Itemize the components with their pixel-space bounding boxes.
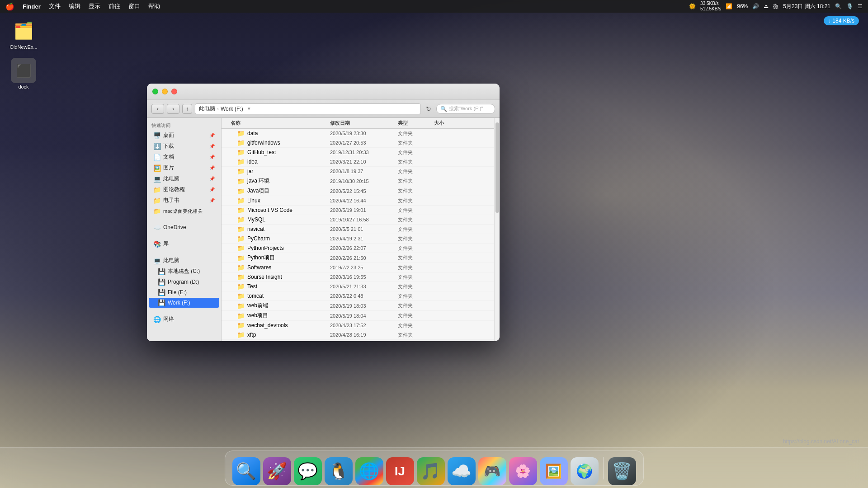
brightness-icon[interactable]: 🌞 — [689, 3, 696, 9]
col-header-size[interactable]: 大小 — [434, 120, 470, 127]
sidebar-item-mac[interactable]: 📁 mac桌面美化相关 — [149, 206, 219, 216]
table-row[interactable]: 📁 java 环境 2019/10/30 20:15 文件夹 — [222, 176, 494, 186]
dock-item-finder[interactable]: 🔍 — [232, 457, 260, 485]
desktop-icon-dock[interactable]: ⬛ dock — [5, 58, 42, 89]
thispc-sidebar-icon: 💻 — [153, 175, 160, 183]
search-icon[interactable]: 🔍 — [835, 3, 842, 9]
dock-items: 🔍 🚀 💬 🐧 🌐 IJ 🎵 ☁️ — [225, 450, 644, 486]
sidebar-item-thispc[interactable]: 💻 此电脑 📌 — [149, 174, 219, 184]
sidebar-item-drive-d[interactable]: 💾 Program (D:) — [149, 277, 219, 287]
sidebar-item-pictures[interactable]: 🖼️ 图片 📌 — [149, 163, 219, 173]
apple-menu[interactable]: 🍎 — [5, 2, 14, 11]
table-row[interactable]: 📁 jar 2020/1/8 19:37 文件夹 — [222, 167, 494, 176]
sidebar-item-drive-f[interactable]: 💾 Work (F:) — [149, 298, 219, 308]
desktop-icon-oldnewex[interactable]: 🗂️ OldNewEx... — [5, 18, 42, 50]
menubar-edit[interactable]: 编辑 — [69, 2, 80, 10]
sidebar-item-network[interactable]: 🌐 网络 — [149, 314, 219, 324]
sidebar-item-desktop[interactable]: 🖥️ 桌面 📌 — [149, 130, 219, 141]
dock-item-chrome[interactable]: 🌐 — [355, 457, 383, 485]
menubar-window[interactable]: 窗口 — [128, 2, 140, 10]
dock-item-launchpad[interactable]: 🚀 — [263, 457, 291, 485]
dock-item-anime[interactable]: 🌸 — [509, 457, 537, 485]
table-row[interactable]: 📁 PyCharm 2020/4/19 2:31 文件夹 — [222, 234, 494, 244]
table-row[interactable]: 📁 Test 2020/5/21 21:33 文件夹 — [222, 282, 494, 291]
file-name: PyCharm — [247, 235, 270, 242]
dock-item-trash[interactable]: 🗑️ — [608, 457, 636, 485]
sidebar-item-library[interactable]: 📚 库 — [149, 239, 219, 249]
table-row[interactable]: 📁 web项目 2020/5/19 18:04 文件夹 — [222, 311, 494, 321]
forward-button[interactable]: › — [167, 104, 179, 114]
table-row[interactable]: 📁 web前端 2020/5/19 18:03 文件夹 — [222, 301, 494, 311]
file-date: 2020/2/26 21:50 — [330, 255, 398, 261]
dock-item-baidu[interactable]: ☁️ — [448, 457, 476, 485]
table-row[interactable]: 📁 MySQL 2019/10/27 16:58 文件夹 — [222, 215, 494, 225]
sidebar-item-downloads[interactable]: ⬇️ 下载 📌 — [149, 141, 219, 151]
table-row[interactable]: 📁 idea 2020/3/21 22:10 文件夹 — [222, 157, 494, 167]
volume-icon[interactable]: 🔊 — [752, 3, 759, 9]
menubar-view[interactable]: 显示 — [89, 2, 100, 10]
file-type: 文件夹 — [398, 235, 434, 242]
table-row[interactable]: 📁 xftp 2020/4/28 16:19 文件夹 — [222, 330, 494, 340]
breadcrumb-root[interactable]: 此电脑 — [199, 105, 215, 113]
control-center-icon[interactable]: ☰ — [858, 3, 863, 9]
maximize-button[interactable] — [152, 89, 158, 94]
sidebar-item-ebook[interactable]: 📁 电子书 📌 — [149, 195, 219, 206]
close-button[interactable] — [171, 89, 177, 94]
search-box[interactable]: 🔍 搜索"Work (F:)" — [436, 104, 495, 114]
file-name-cell: 📁 idea — [222, 158, 330, 165]
drive-e-icon: 💾 — [158, 289, 165, 296]
col-header-date[interactable]: 修改日期 — [330, 120, 398, 127]
table-row[interactable]: 📁 navicat 2020/5/5 21:01 文件夹 — [222, 225, 494, 234]
col-header-type[interactable]: 类型 — [398, 120, 434, 127]
dock-item-preview[interactable]: 🖼️ — [540, 457, 568, 485]
refresh-button[interactable]: ↻ — [424, 104, 434, 114]
file-rows: 📁 data 2020/5/19 23:30 文件夹 📁 gitforwindo… — [222, 129, 494, 340]
menubar-help[interactable]: 帮助 — [148, 2, 160, 10]
wifi-icon[interactable]: 📶 — [726, 3, 732, 9]
up-button[interactable]: ↑ — [182, 104, 192, 114]
dock-item-music[interactable]: 🎵 — [417, 457, 445, 485]
minimize-button[interactable] — [162, 89, 168, 94]
table-row[interactable]: 📁 gitforwindows 2020/1/27 20:53 文件夹 — [222, 138, 494, 148]
col-header-name[interactable]: 名称 — [222, 120, 330, 127]
file-name: data — [247, 130, 258, 136]
file-name-cell: 📁 navicat — [222, 225, 330, 233]
table-row[interactable]: 📁 PythonProjects 2020/2/26 22:07 文件夹 — [222, 244, 494, 253]
sidebar-item-drive-c[interactable]: 💾 本地磁盘 (C:) — [149, 266, 219, 277]
menubar-file[interactable]: 文件 — [49, 2, 61, 10]
table-row[interactable]: 📁 Java项目 2020/5/22 15:45 文件夹 — [222, 186, 494, 196]
sidebar-drive-e-label: File (E:) — [168, 289, 187, 296]
table-row[interactable]: 📁 tomcat 2020/5/22 0:48 文件夹 — [222, 291, 494, 301]
dock-item-qq[interactable]: 🐧 — [325, 457, 353, 485]
table-row[interactable]: 📁 Sourse Insight 2020/3/16 19:55 文件夹 — [222, 272, 494, 282]
table-row[interactable]: 📁 GitHub_test 2019/12/31 20:33 文件夹 — [222, 148, 494, 157]
file-name-cell: 📁 tomcat — [222, 292, 330, 300]
menubar-go[interactable]: 前往 — [108, 2, 120, 10]
back-button[interactable]: ‹ — [151, 104, 164, 114]
desktop: 🍎 Finder 文件 编辑 显示 前往 窗口 帮助 🌞 33.5KB/s512… — [0, 0, 868, 488]
eject-icon[interactable]: ⏏ — [764, 3, 769, 9]
sidebar-item-drive-e[interactable]: 💾 File (E:) — [149, 287, 219, 297]
menubar-finder[interactable]: Finder — [23, 3, 41, 10]
siri-icon[interactable]: 🎙️ — [846, 3, 853, 9]
table-row[interactable]: 📁 Microsoft VS Code 2020/5/19 19:01 文件夹 — [222, 206, 494, 215]
sidebar-item-docs[interactable]: 📄 文档 📌 — [149, 152, 219, 162]
dock-item-colorful[interactable]: 🎮 — [478, 457, 506, 485]
dock-item-chrome2[interactable]: 🌍 — [571, 457, 599, 485]
file-type: 文件夹 — [398, 130, 434, 137]
table-row[interactable]: 📁 Python项目 2020/2/26 21:50 文件夹 — [222, 253, 494, 263]
breadcrumb-expand[interactable]: ▼ — [247, 106, 251, 111]
table-row[interactable]: 📁 data 2020/5/19 23:30 文件夹 — [222, 129, 494, 138]
micro-icon[interactable]: 微 — [773, 3, 778, 10]
table-row[interactable]: 📁 wechat_devtools 2020/4/23 17:52 文件夹 — [222, 321, 494, 330]
dock-item-idea[interactable]: IJ — [386, 457, 414, 485]
sidebar-item-thispc2[interactable]: 💻 此电脑 — [149, 255, 219, 266]
baidu-dock-icon: ☁️ — [451, 462, 472, 481]
scrollbar[interactable] — [494, 118, 500, 341]
breadcrumb-current[interactable]: Work (F:) — [221, 106, 243, 112]
table-row[interactable]: 📁 Softwares 2019/7/2 23:25 文件夹 — [222, 263, 494, 272]
sidebar-item-onedrive[interactable]: ☁️ OneDrive — [149, 222, 219, 232]
sidebar-item-graph[interactable]: 📁 图论教程 📌 — [149, 184, 219, 195]
table-row[interactable]: 📁 Linux 2020/4/12 16:44 文件夹 — [222, 196, 494, 206]
dock-item-wechat[interactable]: 💬 — [294, 457, 322, 485]
